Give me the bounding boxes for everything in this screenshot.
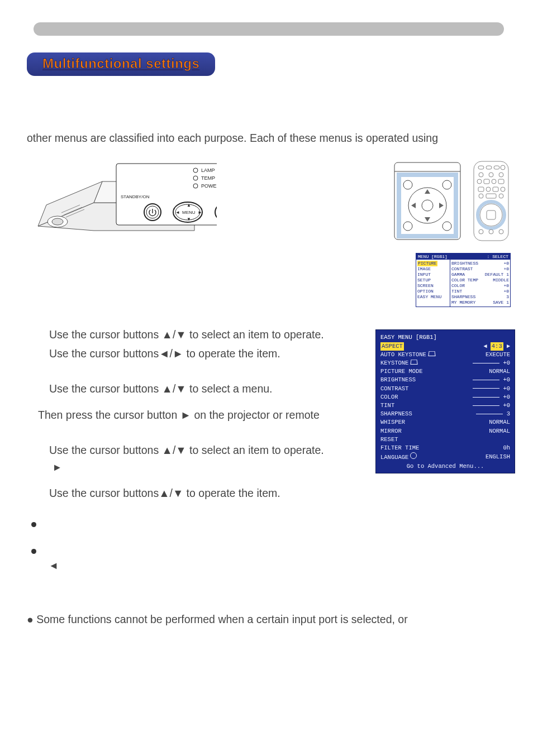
svg-text:▲: ▲ xyxy=(187,203,191,208)
left-arrow-icon: ◄ xyxy=(483,342,487,351)
osd-easy-value: +0 xyxy=(503,394,510,400)
osd-adv-r-val: +0 xyxy=(503,283,509,289)
svg-rect-37 xyxy=(494,166,499,169)
front-dpad-diagram xyxy=(391,159,464,243)
svg-point-49 xyxy=(501,187,505,192)
svg-rect-48 xyxy=(493,187,498,192)
instr-select-item2: Use the cursor buttons ▲/▼ to select an … xyxy=(49,443,364,458)
bullet-icon xyxy=(31,522,36,527)
slider-icon xyxy=(473,397,499,398)
projector-diagram: LAMP TEMP POWER STANDBY/ON INPUT xyxy=(27,159,217,248)
slider-icon xyxy=(473,388,499,389)
osd-adv-r-label: SHARPNESS xyxy=(451,294,475,300)
svg-point-40 xyxy=(489,173,493,177)
intro-paragraph: other menus are classified into each pur… xyxy=(27,131,511,146)
osd-advanced-menu: MENU [RGB1] : SELECT PICTURE IMAGE INPUT… xyxy=(416,253,511,307)
osd-easy-footer: Go to Advanced Menu... xyxy=(407,462,484,471)
svg-point-24 xyxy=(403,180,412,189)
osd-adv-r-val: MIDDLE xyxy=(493,277,509,283)
osd-easy-value: NORMAL xyxy=(489,367,510,376)
menu-dpad: MENU ▲ ▼ ◄ ► xyxy=(173,202,202,222)
osd-adv-r-val: DEFAULT 1 xyxy=(485,272,509,277)
footnote: ● Some functions cannot be performed whe… xyxy=(27,612,511,627)
svg-rect-51 xyxy=(486,194,496,198)
osd-adv-r-val: +0 xyxy=(503,266,509,272)
svg-point-44 xyxy=(492,179,496,184)
osd-easy-label: TINT xyxy=(380,401,394,410)
osd-adv-left-item: INPUT xyxy=(417,272,431,277)
osd-easy-value: +0 xyxy=(503,402,510,409)
osd-easy-value: 4:3 xyxy=(491,342,503,351)
osd-adv-r-label: GAMMA xyxy=(451,272,465,277)
section-title: Multifunctional settings xyxy=(42,56,199,71)
svg-rect-46 xyxy=(478,187,484,192)
osd-adv-r-val: +0 xyxy=(503,261,509,266)
slider-icon xyxy=(473,405,499,406)
svg-point-57 xyxy=(489,229,493,234)
osd-adv-r-label: COLOR xyxy=(451,283,465,289)
slider-icon xyxy=(473,380,499,380)
osd-adv-left-item: OPTION xyxy=(417,289,434,294)
svg-text:▼: ▼ xyxy=(187,217,191,222)
osd-advanced-select: : SELECT xyxy=(487,254,508,259)
keystone-icon xyxy=(411,360,418,365)
right-triangle-icon: ► xyxy=(52,462,62,473)
osd-adv-r-val: 3 xyxy=(506,294,509,300)
slider-icon xyxy=(473,363,499,363)
osd-easy-label: AUTO KEYSTONE xyxy=(380,351,426,358)
left-triangle-icon: ◄ xyxy=(49,560,59,571)
osd-adv-left-item: IMAGE xyxy=(417,266,431,272)
osd-easy-label: FILTER TIME xyxy=(380,444,419,452)
instr-operate-updown: Use the cursor buttons▲/▼ to operate the… xyxy=(49,486,364,501)
svg-point-8 xyxy=(193,184,198,188)
osd-adv-r-val: SAVE 1 xyxy=(493,300,509,305)
svg-rect-54 xyxy=(487,210,496,219)
osd-easy-label: BRIGHTNESS xyxy=(380,376,416,384)
osd-adv-r-label: CONTRAST xyxy=(451,266,473,272)
globe-icon xyxy=(410,452,417,459)
keystone-icon xyxy=(428,351,435,356)
led-lamp-label: LAMP xyxy=(201,168,215,173)
osd-easy-value: 3 xyxy=(507,410,510,417)
osd-easy-label: CONTRAST xyxy=(380,385,408,393)
osd-easy-value: +0 xyxy=(503,376,510,383)
svg-point-42 xyxy=(477,179,482,184)
osd-adv-r-label: BRIGHTNESS xyxy=(451,261,478,266)
svg-point-6 xyxy=(193,168,198,173)
bullet-row-2: ◄ xyxy=(31,544,364,573)
svg-point-25 xyxy=(442,180,451,189)
osd-adv-left-item: SETUP xyxy=(417,277,431,283)
svg-point-50 xyxy=(479,194,483,198)
osd-easy-value: NORMAL xyxy=(489,427,510,436)
header-stripe xyxy=(34,22,504,36)
osd-adv-r-label: MY MEMORY xyxy=(451,300,475,305)
osd-adv-r-label: TINT xyxy=(451,289,462,294)
svg-point-41 xyxy=(499,173,503,177)
instr-select-menu: Use the cursor buttons ▲/▼ to select a m… xyxy=(49,381,364,396)
osd-easy-label: KEYSTONE xyxy=(380,360,408,366)
section-title-pill: Multifunctional settings xyxy=(27,52,215,76)
instr-operate-lr: Use the cursor buttons◄/► to operate the… xyxy=(49,346,364,361)
osd-easy-value: +0 xyxy=(503,360,510,366)
led-power-label: POWER xyxy=(201,183,217,189)
slider-icon xyxy=(476,414,503,414)
osd-easy-value: ENGLISH xyxy=(486,453,510,461)
remote-diagram xyxy=(472,159,511,243)
osd-easy-value: EXECUTE xyxy=(486,351,510,359)
svg-point-29 xyxy=(422,200,433,211)
osd-easy-value: NORMAL xyxy=(489,418,510,427)
instr-select-item-updown: Use the cursor buttons ▲/▼ to select an … xyxy=(49,327,364,342)
svg-text:►: ► xyxy=(198,210,202,215)
svg-point-1 xyxy=(52,218,63,225)
osd-easy-label: WHISPER xyxy=(380,418,405,427)
svg-point-52 xyxy=(499,194,503,198)
right-arrow-icon: ► xyxy=(507,342,510,351)
diagram-row: LAMP TEMP POWER STANDBY/ON INPUT xyxy=(27,159,511,248)
svg-rect-36 xyxy=(486,166,492,169)
bullet-icon xyxy=(31,549,36,554)
osd-adv-left-item: EASY MENU xyxy=(417,294,441,300)
instr-press-right: Then press the cursor button ► on the pr… xyxy=(38,408,364,423)
osd-easy-label: MIRROR xyxy=(380,427,402,436)
svg-rect-45 xyxy=(498,179,504,184)
osd-easy-label: PICTURE MODE xyxy=(380,367,423,376)
